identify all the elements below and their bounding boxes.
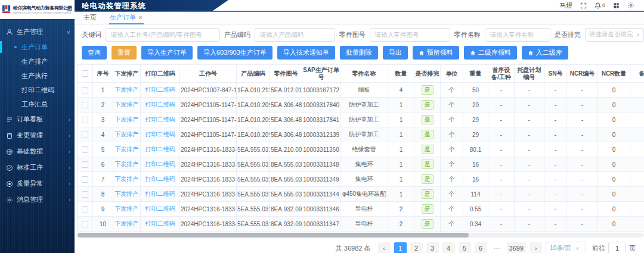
cell-print: 打印二维码 [141, 142, 180, 157]
select-all-checkbox[interactable] [82, 70, 88, 77]
button-预留领料[interactable]: 预留领料 [413, 46, 459, 60]
print-qrcode-link[interactable]: 打印二维码 [145, 86, 175, 93]
cell-ncr_qty: 0 [598, 127, 630, 142]
page-button-3[interactable]: 3 [426, 242, 439, 253]
row-checkbox[interactable] [82, 191, 88, 198]
prev-page-button[interactable]: ‹ [378, 242, 391, 253]
button-导出[interactable]: 导出 [383, 46, 408, 60]
filter-select-是否排完[interactable]: 请选择是否排完∨ [585, 28, 644, 42]
horizontal-scrollbar-thumb[interactable] [78, 233, 469, 238]
apps-grid-icon[interactable] [613, 2, 620, 9]
dispatch-link[interactable]: 下发排产 [115, 146, 139, 152]
row-checkbox[interactable] [82, 146, 88, 153]
button-重置[interactable]: 重置 [112, 46, 137, 60]
goto-page-input[interactable] [608, 242, 626, 253]
cell-unit: 个 [441, 127, 463, 142]
dispatch-link[interactable]: 下发排产 [115, 205, 139, 212]
button-批量删除[interactable]: 批量删除 [340, 46, 378, 60]
row-checkbox[interactable] [82, 102, 88, 108]
button-导入技术通知单[interactable]: 导入技术通知单 [277, 46, 335, 60]
horizontal-scrollbar-track[interactable] [77, 233, 644, 238]
button-入二级库[interactable]: 入二级库 [522, 46, 568, 60]
column-header-零件图号: 零件图号 [270, 65, 302, 83]
page-size-select[interactable]: 10条/页∨ [546, 242, 586, 253]
cell-sn: - [544, 142, 567, 157]
sidebar-item-订单看板[interactable]: 订单看板› [0, 111, 75, 127]
dispatch-link[interactable]: 下发排产 [115, 161, 139, 167]
sidebar-item-变更管理[interactable]: 变更管理› [0, 127, 75, 143]
page-button-4[interactable]: 4 [442, 242, 455, 253]
filter-input-关键词[interactable] [106, 28, 220, 42]
user-name[interactable]: 马煜 [559, 1, 572, 10]
sidebar-item-消息管理[interactable]: 消息管理› [0, 192, 75, 208]
page-ellipsis[interactable]: ··· [491, 242, 503, 253]
row-checkbox[interactable] [82, 87, 88, 93]
button-查询[interactable]: 查询 [82, 46, 107, 60]
tab-生产订单[interactable]: 生产订单✕ [109, 11, 144, 24]
page-button-2[interactable]: 2 [410, 242, 423, 253]
sidebar-item-生产管理[interactable]: 生产管理∨ [0, 24, 75, 40]
cell-seq: 4 [93, 127, 113, 142]
sidebar-item-基础数据[interactable]: 基础数据› [0, 143, 75, 160]
print-qrcode-link[interactable]: 打印二维码 [145, 220, 175, 227]
cell-dispatch: 下发排产 [113, 172, 141, 187]
sidebar-subitem-生产排产[interactable]: 生产排产 [0, 54, 75, 68]
filter-input-零件图号[interactable] [370, 28, 450, 42]
dispatch-link[interactable]: 下发排产 [115, 220, 139, 227]
row-checkbox[interactable] [82, 132, 88, 138]
sidebar-subitem-工序汇总[interactable]: 工序汇总 [0, 97, 75, 111]
cell-print: 打印二维码 [141, 98, 180, 113]
print-qrcode-link[interactable]: 打印二维码 [145, 146, 175, 152]
cell-weight: 16 [463, 157, 488, 172]
cell-part_name: 绝缘套管 [340, 142, 388, 157]
close-tab-icon[interactable]: ✕ [138, 15, 143, 21]
cell-sn: - [544, 217, 567, 232]
print-qrcode-link[interactable]: 打印二维码 [145, 116, 175, 123]
dispatch-link[interactable]: 下发排产 [115, 131, 139, 138]
dispatch-link[interactable]: 下发排产 [115, 176, 139, 182]
row-checkbox[interactable] [82, 221, 88, 227]
print-qrcode-link[interactable]: 打印二维码 [145, 205, 175, 212]
page-button-5[interactable]: 5 [459, 242, 471, 253]
tab-主页[interactable]: 主页 [83, 11, 97, 24]
button-二级库领料[interactable]: 二级库领料 [464, 46, 517, 60]
gear-icon[interactable] [627, 2, 634, 9]
sidebar-subitem-生产订单[interactable]: 生产订单 [0, 40, 75, 54]
row-checkbox[interactable] [82, 161, 88, 168]
cell-dispatch: 下发排产 [113, 83, 141, 98]
print-qrcode-link[interactable]: 打印二维码 [145, 101, 175, 108]
print-qrcode-link[interactable]: 打印二维码 [145, 190, 175, 197]
cell-ncr_qty: 0 [598, 217, 630, 232]
print-qrcode-link[interactable]: 打印二维码 [145, 176, 175, 182]
sidebar-subitem-生产执行[interactable]: 生产执行 [0, 68, 75, 83]
pagination: 共 36982 条‹123456···3699›10条/页∨前往页 [77, 242, 636, 253]
page-button-1[interactable]: 1 [394, 242, 407, 253]
dispatch-link[interactable]: 下发排产 [115, 116, 139, 123]
fullscreen-icon[interactable] [580, 2, 587, 9]
row-checkbox[interactable] [82, 206, 88, 213]
sidebar-subitem-label: 打印二维码 [21, 86, 54, 95]
cell-remark: - [630, 83, 644, 98]
print-qrcode-link[interactable]: 打印二维码 [145, 131, 175, 138]
row-checkbox[interactable] [82, 117, 88, 123]
cell-product_code: 1EA.010.2091 [237, 127, 270, 142]
print-qrcode-link[interactable]: 打印二维码 [145, 161, 175, 167]
dispatch-link[interactable]: 下发排产 [115, 101, 139, 108]
button-导入603/903生产订单[interactable]: 导入603/903生产订单 [197, 46, 273, 60]
production-icon [6, 29, 13, 36]
filter-input-产品编码[interactable] [255, 28, 335, 42]
page-button-3699[interactable]: 3699 [507, 242, 526, 253]
table-body: 1下发排产打印二维码2024HPC1007-847-11EA.010.21175… [78, 83, 644, 232]
sidebar-item-质量异常[interactable]: 质量异常› [0, 176, 75, 192]
sidebar-item-标准工序[interactable]: 标准工序› [0, 160, 75, 176]
dispatch-link[interactable]: 下发排产 [115, 190, 139, 197]
bell-icon[interactable]: 0 [595, 2, 605, 9]
sidebar-subitem-打印二维码[interactable]: 打印二维码 [0, 83, 75, 97]
page-button-6[interactable]: 6 [475, 242, 487, 253]
button-导入生产订单[interactable]: 导入生产订单 [141, 46, 193, 60]
filter-input-零件名称[interactable] [485, 28, 550, 42]
next-page-button[interactable]: › [530, 242, 542, 253]
sidebar-item-label: 订单看板 [17, 115, 43, 124]
dispatch-link[interactable]: 下发排产 [115, 86, 139, 93]
row-checkbox[interactable] [82, 176, 88, 183]
